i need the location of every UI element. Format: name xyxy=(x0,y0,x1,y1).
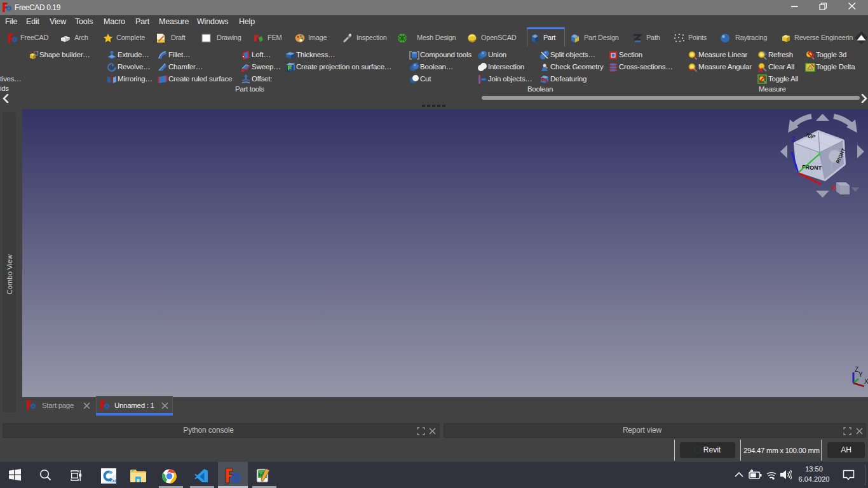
svg-text:X: X xyxy=(864,378,868,385)
svg-text:Y: Y xyxy=(817,151,822,158)
svg-text:Z: Z xyxy=(791,135,796,143)
svg-text:X: X xyxy=(831,184,836,192)
svg-text:Y: Y xyxy=(858,371,863,378)
svg-text:CAD: CAD xyxy=(111,479,117,483)
